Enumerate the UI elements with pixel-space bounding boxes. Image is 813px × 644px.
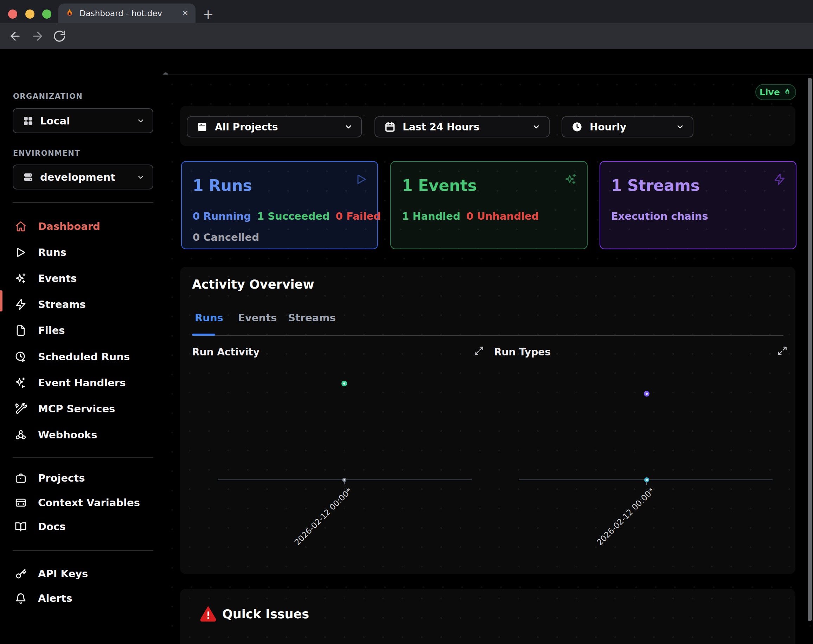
play-icon <box>355 173 367 186</box>
environment-select[interactable]: development <box>13 164 153 190</box>
back-icon[interactable] <box>8 29 22 43</box>
organization-value: Local <box>40 115 70 127</box>
zoom-window-button[interactable] <box>42 9 51 18</box>
sidebar-item-label: Runs <box>38 247 66 258</box>
tabs-divider <box>192 335 784 336</box>
run-activity-chart-title: Run Activity <box>192 346 259 358</box>
sidebar-item-projects[interactable]: Projects <box>0 465 163 491</box>
filters-panel: All Projects Last 24 Hours Hourly <box>180 106 795 146</box>
live-status-badge: Live <box>755 84 796 100</box>
activity-overview-panel: Activity Overview Runs Events Streams Ru… <box>180 267 795 574</box>
sidebar-item-label: Docs <box>38 521 65 532</box>
sidebar-item-label: Events <box>38 273 77 284</box>
clock-icon <box>571 121 583 132</box>
chevron-down-icon <box>137 173 145 181</box>
project-filter-select[interactable]: All Projects <box>187 117 362 138</box>
browser-tabstrip: Dashboard - hot.dev ✕ + <box>0 0 813 23</box>
tools-icon <box>15 403 27 415</box>
sidebar-item-label: Event Handlers <box>38 377 126 389</box>
sidebar-item-files[interactable]: Files <box>0 317 163 343</box>
events-stat-card[interactable]: 1 Events 1 Handled 0 Unhandled <box>390 161 588 249</box>
run-activity-data-point[interactable] <box>341 381 347 386</box>
active-tab-underline <box>192 334 215 336</box>
sparkles-icon <box>15 273 27 284</box>
sidebar-item-alerts[interactable]: Alerts <box>0 585 163 611</box>
reload-icon[interactable] <box>53 29 66 43</box>
quick-issues-panel: Quick Issues <box>180 589 795 644</box>
screen: Dashboard - hot.dev ✕ + localhost:4680 ⋮… <box>0 0 813 644</box>
sidebar-item-docs[interactable]: Docs <box>0 514 163 540</box>
new-tab-button[interactable]: + <box>202 8 214 20</box>
chevron-down-icon <box>532 123 540 131</box>
org-grid-icon <box>23 115 34 127</box>
chevron-down-icon <box>676 123 684 131</box>
sidebar-item-api-keys[interactable]: API Keys <box>0 561 163 587</box>
sidebar-divider <box>13 457 153 458</box>
page-scrollbar[interactable] <box>808 78 812 621</box>
app-header: hot.dev Hot Dev <box>0 49 813 75</box>
sidebar-item-mcp-services[interactable]: MCP Services <box>0 396 163 422</box>
run-activity-axis-tick <box>344 481 345 485</box>
sidebar-item-runs[interactable]: Runs <box>0 239 163 265</box>
briefcase-icon <box>15 472 27 484</box>
bell-icon <box>15 592 27 604</box>
close-window-button[interactable] <box>8 9 17 18</box>
runs-cancelled: 0 Cancelled <box>193 231 259 243</box>
main-content: Local (development) Live All Projects La… <box>163 75 813 644</box>
close-tab-icon[interactable]: ✕ <box>182 9 189 17</box>
sidebar-divider <box>13 550 153 551</box>
run-types-data-point[interactable] <box>644 391 649 397</box>
browser-toolbar: localhost:4680 ⋮ <box>0 23 813 49</box>
sidebar-item-label: Streams <box>38 299 86 310</box>
sidebar-item-event-handlers[interactable]: Event Handlers <box>0 370 163 396</box>
chevron-down-icon <box>137 117 145 125</box>
expand-icon[interactable] <box>777 345 788 356</box>
live-flame-icon <box>783 87 792 97</box>
flame-favicon-icon <box>65 8 75 18</box>
forward-icon[interactable] <box>31 29 44 43</box>
clock-play-icon <box>15 351 27 363</box>
tab-runs[interactable]: Runs <box>195 312 223 324</box>
organization-label: ORGANIZATION <box>13 92 83 101</box>
runs-stat-card[interactable]: 1 Runs 0 Running 1 Succeeded 0 Failed 0 … <box>181 161 378 249</box>
streams-stat-card[interactable]: 1 Streams Execution chains <box>600 161 796 249</box>
calendar-icon <box>384 121 396 133</box>
projects-window-icon <box>196 121 208 133</box>
events-unhandled: 0 Unhandled <box>466 210 539 222</box>
key-icon <box>15 568 27 580</box>
tab-events[interactable]: Events <box>238 312 277 324</box>
browser-tab[interactable]: Dashboard - hot.dev ✕ <box>58 3 195 23</box>
organization-select[interactable]: Local <box>13 108 153 133</box>
lightning-icon <box>773 173 786 186</box>
granularity-filter-select[interactable]: Hourly <box>561 117 693 138</box>
sidebar-item-label: Projects <box>38 472 85 484</box>
events-count: 1 Events <box>402 176 477 195</box>
run-types-axis-tick <box>646 481 647 485</box>
time-range-filter-value: Last 24 Hours <box>403 121 479 133</box>
expand-icon[interactable] <box>474 345 484 356</box>
env-server-icon <box>23 172 34 183</box>
quick-issues-title: Quick Issues <box>222 607 309 621</box>
sidebar-item-webhooks[interactable]: Webhooks <box>0 422 163 448</box>
granularity-filter-value: Hourly <box>590 121 626 133</box>
tab-title: Dashboard - hot.dev <box>80 9 162 18</box>
live-label: Live <box>759 87 780 97</box>
events-handled: 1 Handled <box>402 210 460 222</box>
streams-subtitle: Execution chains <box>611 210 708 222</box>
minimize-window-button[interactable] <box>25 9 34 18</box>
sidebar-item-context-variables[interactable]: Context Variables <box>0 490 163 516</box>
runs-succeeded: 1 Succeeded <box>257 210 330 222</box>
time-range-filter-select[interactable]: Last 24 Hours <box>374 117 550 138</box>
sidebar-item-streams[interactable]: Streams <box>0 291 163 317</box>
sidebar-item-label: Alerts <box>38 592 72 604</box>
sidebar-item-dashboard[interactable]: Dashboard <box>0 213 163 239</box>
runs-failed: 0 Failed <box>336 210 381 222</box>
sidebar-item-scheduled-runs[interactable]: Scheduled Runs <box>0 344 163 370</box>
warning-triangle-icon <box>200 605 216 622</box>
environment-value: development <box>40 171 115 183</box>
sidebar-item-events[interactable]: Events <box>0 265 163 291</box>
webhook-icon <box>15 429 27 441</box>
run-types-chart-title: Run Types <box>494 346 551 358</box>
tab-streams[interactable]: Streams <box>288 312 336 324</box>
streams-count: 1 Streams <box>611 176 700 195</box>
